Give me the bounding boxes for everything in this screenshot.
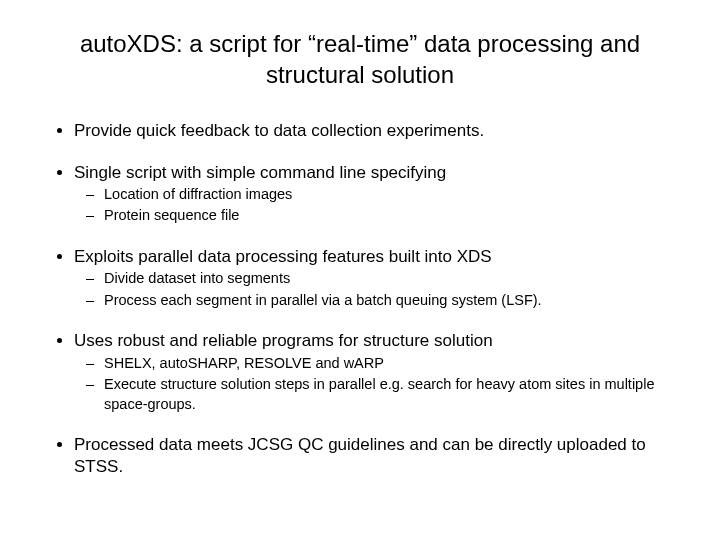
list-item: Provide quick feedback to data collectio…: [74, 120, 680, 141]
sub-item: Execute structure solution steps in para…: [104, 375, 680, 414]
bullet-text: Uses robust and reliable programs for st…: [74, 331, 493, 350]
list-item: Single script with simple command line s…: [74, 162, 680, 226]
sub-item: Process each segment in parallel via a b…: [104, 291, 680, 311]
bullet-text: Exploits parallel data processing featur…: [74, 247, 492, 266]
bullet-text: Provide quick feedback to data collectio…: [74, 121, 484, 140]
sub-item: Divide dataset into segments: [104, 269, 680, 289]
sub-item: Location of diffraction images: [104, 185, 680, 205]
bullet-list: Provide quick feedback to data collectio…: [40, 120, 680, 476]
sub-item: Protein sequence file: [104, 206, 680, 226]
slide-title: autoXDS: a script for “real-time” data p…: [40, 28, 680, 90]
bullet-text: Single script with simple command line s…: [74, 163, 446, 182]
sub-item: SHELX, autoSHARP, RESOLVE and wARP: [104, 354, 680, 374]
bullet-text: Processed data meets JCSG QC guidelines …: [74, 435, 646, 475]
slide: autoXDS: a script for “real-time” data p…: [0, 0, 720, 540]
list-item: Uses robust and reliable programs for st…: [74, 330, 680, 414]
list-item: Processed data meets JCSG QC guidelines …: [74, 434, 680, 477]
list-item: Exploits parallel data processing featur…: [74, 246, 680, 310]
sub-list: Divide dataset into segments Process eac…: [74, 269, 680, 310]
sub-list: SHELX, autoSHARP, RESOLVE and wARP Execu…: [74, 354, 680, 415]
sub-list: Location of diffraction images Protein s…: [74, 185, 680, 226]
